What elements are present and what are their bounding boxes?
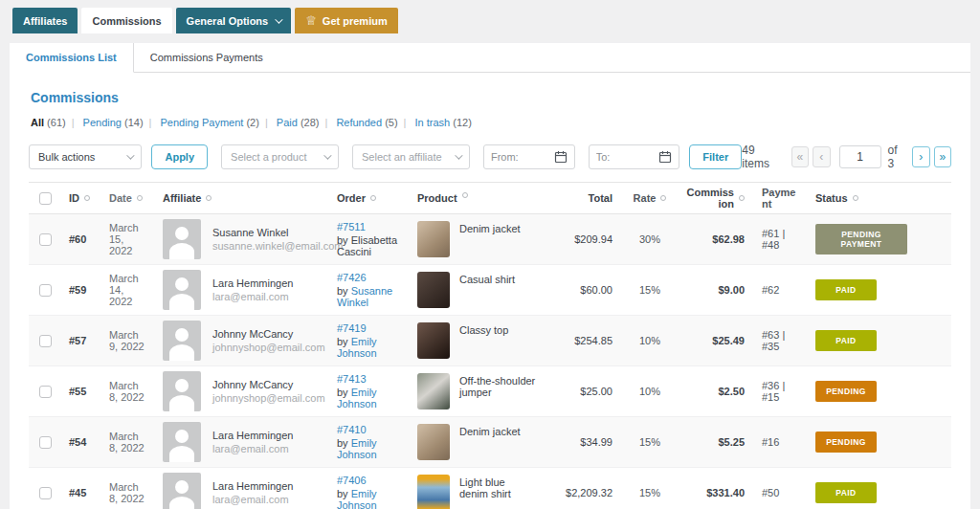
row-checkbox[interactable]: [39, 436, 52, 449]
product-name: Casual shirt: [459, 274, 515, 285]
product-thumbnail: [417, 272, 450, 308]
column-header-rate[interactable]: Rate: [622, 188, 678, 208]
bulk-actions-value: Bulk actions: [38, 151, 95, 163]
chevron-down-icon: [275, 15, 282, 23]
column-header-affiliate[interactable]: Affiliate: [155, 188, 329, 208]
current-page-input[interactable]: [839, 145, 881, 168]
select-all-checkbox[interactable]: [39, 192, 52, 205]
order-link[interactable]: #7511: [337, 221, 366, 232]
commission-id: #45: [61, 482, 101, 503]
column-label: Total: [589, 192, 612, 204]
status-filter-link[interactable]: Pending: [83, 117, 122, 128]
filter-button[interactable]: Filter: [689, 144, 742, 169]
affiliate-email: lara@email.com: [212, 291, 293, 302]
order-link[interactable]: #7406: [337, 475, 367, 486]
date-to-input[interactable]: [596, 151, 656, 163]
commission-rate: 15%: [622, 279, 678, 300]
commission-id: #54: [61, 432, 101, 453]
table-row: #59 March 14, 2022 Lara Hemmingen lara@e…: [29, 265, 951, 316]
order-link[interactable]: #7419: [337, 322, 367, 334]
premium-label: Get premium: [323, 15, 388, 27]
product-cell: Classy top: [410, 318, 544, 364]
first-page-button: «: [791, 146, 809, 167]
by-label: by: [337, 336, 348, 347]
affiliate-name: Johnny McCancy: [212, 328, 325, 340]
status-filter-count: (14): [122, 117, 144, 128]
order-link[interactable]: #7410: [337, 424, 367, 435]
row-checkbox[interactable]: [39, 284, 52, 297]
order-link[interactable]: #7413: [337, 373, 367, 385]
main-panel: Commissions List Commissions Payments Co…: [10, 43, 970, 509]
status-filter-count: (12): [450, 117, 472, 128]
nav-tab-affiliates[interactable]: Affiliates: [12, 8, 78, 33]
column-label: Product: [417, 192, 457, 204]
commission-amount: $25.49: [678, 330, 754, 351]
status-filter-link[interactable]: Pending Payment: [161, 117, 244, 128]
tab-commissions-list[interactable]: Commissions List: [10, 43, 134, 73]
product-cell: Off-the-shoulder jumper: [410, 368, 544, 414]
column-header-total: Total: [544, 188, 622, 208]
product-select[interactable]: Select a product: [221, 144, 339, 169]
column-label: Affiliate: [163, 192, 201, 204]
status-filter-count: (28): [298, 117, 320, 128]
column-header-order[interactable]: Order: [329, 188, 410, 208]
affiliate-email: johnnyshop@email.com: [212, 342, 325, 353]
affiliate-select-placeholder: Select an affiliate: [362, 151, 442, 163]
affiliate-cell: Susanne Winkel susanne.winkel@email.com: [155, 214, 329, 264]
affiliate-cell: Lara Hemmingen lara@email.com: [155, 417, 329, 467]
commission-amount: $9.00: [678, 279, 754, 300]
order-link[interactable]: #7426: [337, 272, 367, 283]
status-filter-link[interactable]: Paid: [277, 117, 298, 128]
apply-button[interactable]: Apply: [151, 144, 208, 169]
commission-rate: 15%: [622, 482, 678, 503]
calendar-icon[interactable]: [658, 150, 672, 164]
row-checkbox[interactable]: [39, 386, 52, 398]
page-title: Commissions: [31, 90, 951, 105]
product-thumbnail: [417, 424, 450, 460]
select-all-cell: [29, 188, 61, 210]
sort-icon: [739, 195, 745, 201]
product-thumbnail: [417, 373, 450, 409]
last-page-button[interactable]: »: [934, 146, 951, 167]
chevron-down-icon: [323, 151, 331, 159]
commission-rate: 10%: [622, 381, 678, 402]
column-header-product[interactable]: Product: [410, 188, 544, 208]
status-badge: PENDING: [815, 432, 877, 453]
status-filter-link[interactable]: All: [31, 117, 44, 128]
next-page-button[interactable]: ›: [912, 146, 929, 167]
status-badge: PENDING: [815, 381, 877, 402]
column-header-date[interactable]: Date: [101, 188, 155, 208]
affiliate-name: Susanne Winkel: [212, 227, 344, 238]
row-checkbox[interactable]: [39, 487, 52, 499]
sort-icon: [206, 195, 212, 201]
tab-commissions-payments[interactable]: Commissions Payments: [134, 43, 279, 72]
row-checkbox[interactable]: [39, 335, 52, 347]
column-header-id[interactable]: ID: [61, 188, 101, 208]
commission-amount: $2.50: [678, 381, 754, 402]
table-row: #55 March 8, 2022 Johnny McCancy johnnys…: [29, 366, 951, 417]
sub-tabs: Commissions List Commissions Payments: [10, 43, 970, 73]
order-total: $209.94: [544, 229, 622, 250]
avatar: [163, 321, 201, 361]
status-filter-count: (5): [382, 117, 398, 128]
date-from-input[interactable]: [491, 151, 550, 163]
status-badge: PAID: [815, 279, 877, 300]
toolbar: Bulk actions Apply Select a product Sele…: [29, 144, 951, 170]
column-label: Date: [109, 192, 132, 204]
nav-tab-general-options[interactable]: General Options: [176, 8, 292, 33]
bulk-actions-select[interactable]: Bulk actions: [29, 144, 142, 169]
table-body: #60 March 15, 2022 Susanne Winkel susann…: [29, 214, 951, 509]
avatar: [163, 473, 201, 509]
status-filter-item: Refunded (5)|: [336, 117, 412, 128]
product-name: Denim jacket: [459, 223, 521, 234]
nav-tab-commissions[interactable]: Commissions: [81, 8, 171, 33]
status-filter-link[interactable]: Refunded: [336, 117, 382, 128]
calendar-icon[interactable]: [554, 150, 568, 164]
get-premium-button[interactable]: ♕ Get premium: [295, 8, 398, 33]
column-header-commission[interactable]: Commission: [678, 183, 754, 213]
affiliate-select[interactable]: Select an affiliate: [352, 144, 470, 169]
affiliate-cell: Lara Hemmingen lara@email.com: [155, 265, 329, 315]
column-header-status[interactable]: Status: [808, 188, 915, 208]
status-filter-link[interactable]: In trash: [415, 117, 451, 128]
row-checkbox[interactable]: [39, 233, 52, 246]
